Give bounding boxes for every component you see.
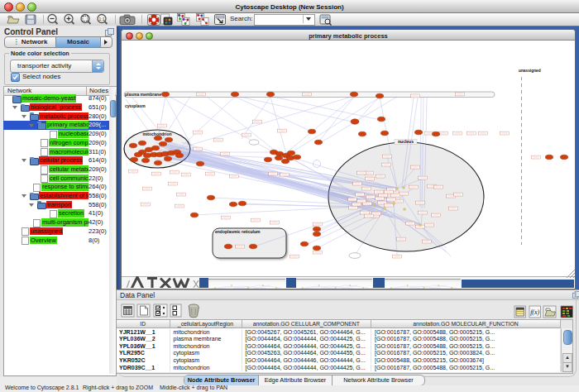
svg-text:plasma membrane: plasma membrane bbox=[125, 92, 161, 97]
svg-text:unassigned: unassigned bbox=[519, 69, 541, 73]
svg-text:cytoplasm: cytoplasm bbox=[125, 103, 146, 108]
svg-text:endoplasmic reticulum: endoplasmic reticulum bbox=[215, 229, 261, 234]
